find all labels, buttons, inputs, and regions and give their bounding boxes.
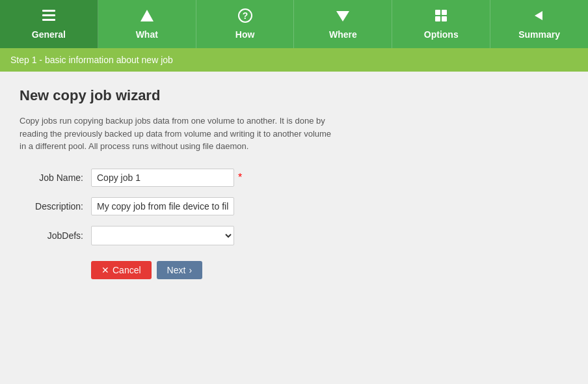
jobdefs-row: JobDefs: bbox=[20, 226, 568, 245]
where-label: Where bbox=[329, 29, 357, 40]
wizard-step-how[interactable]: ? How bbox=[196, 0, 295, 48]
jobdefs-select[interactable] bbox=[91, 226, 234, 245]
next-button[interactable]: Next › bbox=[157, 261, 202, 279]
job-name-label: Job Name: bbox=[20, 172, 91, 183]
wizard-step-options[interactable]: Options bbox=[392, 0, 490, 48]
wizard-nav: General What ? How Where bbox=[0, 0, 588, 48]
jobdefs-label: JobDefs: bbox=[20, 230, 91, 241]
wizard-step-what[interactable]: What bbox=[98, 0, 196, 48]
job-name-input[interactable] bbox=[91, 169, 234, 187]
svg-rect-9 bbox=[435, 16, 440, 21]
summary-label: Summary bbox=[518, 29, 560, 40]
wizard-step-summary[interactable]: Summary bbox=[490, 0, 588, 48]
summary-icon bbox=[532, 8, 546, 27]
cancel-button[interactable]: ✕ Cancel bbox=[91, 261, 152, 279]
description-label: Description: bbox=[20, 201, 91, 212]
job-name-row: Job Name: * bbox=[20, 169, 568, 187]
svg-rect-8 bbox=[442, 10, 447, 15]
required-star: * bbox=[238, 172, 242, 184]
next-arrow-icon: › bbox=[189, 265, 192, 275]
description-input[interactable] bbox=[91, 197, 234, 215]
main-content: New copy job wizard Copy jobs run copyin… bbox=[0, 72, 588, 295]
options-label: Options bbox=[424, 29, 459, 40]
how-label: How bbox=[235, 29, 255, 40]
cancel-icon: ✕ bbox=[101, 265, 109, 275]
general-label: General bbox=[32, 29, 66, 40]
svg-marker-3 bbox=[140, 10, 154, 21]
breadcrumb: Step 1 - basic information about new job bbox=[0, 48, 588, 72]
general-icon bbox=[41, 8, 57, 27]
svg-rect-2 bbox=[42, 19, 55, 21]
wizard-description: Copy jobs run copying backup jobs data f… bbox=[20, 115, 332, 153]
where-icon bbox=[336, 8, 350, 27]
svg-rect-7 bbox=[435, 10, 440, 15]
svg-rect-0 bbox=[42, 10, 55, 12]
what-label: What bbox=[136, 29, 158, 40]
description-row: Description: bbox=[20, 197, 568, 215]
button-row: ✕ Cancel Next › bbox=[91, 261, 568, 279]
svg-rect-10 bbox=[442, 16, 447, 21]
what-icon bbox=[140, 8, 154, 27]
wizard-step-where[interactable]: Where bbox=[294, 0, 392, 48]
how-icon: ? bbox=[238, 8, 252, 27]
svg-rect-1 bbox=[42, 14, 55, 16]
svg-text:?: ? bbox=[242, 10, 248, 21]
wizard-title: New copy job wizard bbox=[20, 87, 568, 104]
svg-marker-6 bbox=[336, 11, 349, 21]
wizard-step-general[interactable]: General bbox=[0, 0, 98, 48]
svg-marker-11 bbox=[535, 11, 542, 20]
options-icon bbox=[434, 8, 448, 27]
